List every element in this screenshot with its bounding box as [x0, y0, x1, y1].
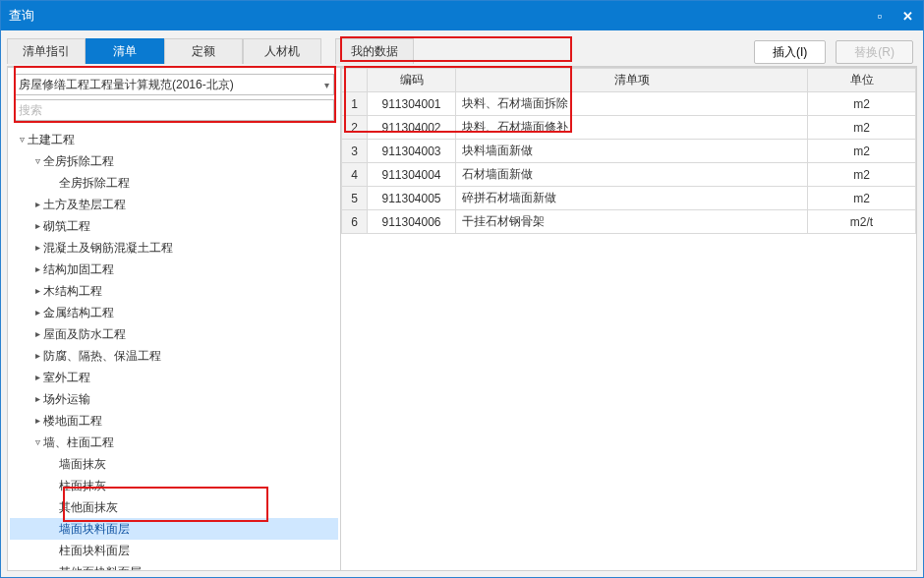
- tree-node[interactable]: 其他面抹灰: [10, 496, 338, 518]
- tree-node[interactable]: 柱面块料面层: [10, 540, 338, 561]
- tree-node[interactable]: ▿墙、柱面工程: [10, 432, 338, 453]
- chevron-down-icon[interactable]: ▿: [31, 432, 43, 453]
- tree-node-label: 其他面块料面层: [59, 561, 142, 570]
- chevron-right-icon[interactable]: ▸: [31, 345, 43, 367]
- row-unit: m2: [808, 116, 916, 140]
- tree-node[interactable]: ▸金属结构工程: [10, 302, 338, 323]
- chevron-down-icon[interactable]: ▿: [31, 150, 43, 172]
- chevron-right-icon[interactable]: ▸: [31, 237, 43, 259]
- search-input[interactable]: [19, 103, 329, 117]
- tab-0[interactable]: 清单指引: [7, 38, 86, 64]
- tree-node-label: 楼地面工程: [43, 410, 102, 432]
- tree-node-label: 金属结构工程: [43, 302, 114, 323]
- norm-combo-value: 房屋修缮工程工程量计算规范(2016-北京): [19, 77, 234, 93]
- col-header-unit: 单位: [808, 69, 916, 92]
- table-row[interactable]: 4911304004石材墙面新做m2: [342, 163, 916, 187]
- tree-node-label: 其他面抹灰: [59, 496, 118, 518]
- tree-node-label: 结构加固工程: [43, 259, 114, 280]
- table-row[interactable]: 5911304005碎拼石材墙面新做m2: [342, 187, 916, 210]
- chevron-right-icon[interactable]: ▸: [31, 410, 43, 432]
- tree-node[interactable]: ▸土方及垫层工程: [10, 194, 338, 215]
- row-item: 碎拼石材墙面新做: [456, 187, 808, 210]
- tree-node-label: 室外工程: [43, 367, 90, 388]
- chevron-right-icon[interactable]: ▸: [31, 215, 43, 237]
- chevron-right-icon[interactable]: ▸: [31, 302, 43, 323]
- tree-node[interactable]: ▸防腐、隔热、保温工程: [10, 345, 338, 367]
- tree-node[interactable]: ▸结构加固工程: [10, 259, 338, 280]
- tree-node[interactable]: 柱面抹灰: [10, 475, 338, 496]
- row-num: 4: [342, 163, 368, 187]
- tree-node[interactable]: 全房拆除工程: [10, 172, 338, 194]
- tree-node[interactable]: 墙面块料面层: [10, 518, 338, 540]
- close-icon[interactable]: ✕: [899, 8, 915, 24]
- col-header-code: 编码: [368, 69, 456, 92]
- chevron-right-icon[interactable]: ▸: [31, 194, 43, 215]
- tree-node-label: 场外运输: [43, 388, 90, 410]
- row-item: 块料墙面新做: [456, 140, 808, 163]
- main-split: 房屋修缮工程工程量计算规范(2016-北京) ▾ ▿土建工程▿全房拆除工程全房拆…: [7, 66, 917, 571]
- tabbar-left: 清单指引清单定额人材机: [7, 36, 321, 64]
- chevron-right-icon[interactable]: ▸: [31, 388, 43, 410]
- search-box[interactable]: [14, 99, 334, 121]
- tree-node-label: 墙面块料面层: [59, 518, 130, 540]
- tree-node[interactable]: ▿土建工程: [10, 129, 338, 150]
- tree-node-label: 土建工程: [28, 129, 75, 150]
- tab-2[interactable]: 定额: [164, 38, 243, 64]
- replace-button: 替换(R): [836, 40, 913, 64]
- row-unit: m2: [808, 163, 916, 187]
- tree-node[interactable]: 墙面抹灰: [10, 453, 338, 475]
- table-row[interactable]: 6911304006干挂石材钢骨架m2/t: [342, 210, 916, 234]
- tree-node[interactable]: ▸砌筑工程: [10, 215, 338, 237]
- tree-node[interactable]: ▸屋面及防水工程: [10, 323, 338, 345]
- tree-node-label: 屋面及防水工程: [43, 323, 126, 345]
- table-header-row: 编码 清单项 单位: [342, 69, 916, 92]
- row-num: 1: [342, 92, 368, 116]
- tree-node[interactable]: ▿全房拆除工程: [10, 150, 338, 172]
- tree-node-label: 混凝土及钢筋混凝土工程: [43, 237, 173, 259]
- row-code: 911304006: [368, 210, 456, 234]
- dialog-body: 清单指引清单定额人材机 我的数据 插入(I) 替换(R) 房屋修缮工程工程量计算…: [1, 30, 923, 577]
- table-row[interactable]: 1911304001块料、石材墙面拆除m2: [342, 92, 916, 116]
- norm-combo[interactable]: 房屋修缮工程工程量计算规范(2016-北京) ▾: [14, 74, 334, 95]
- button-row: 插入(I) 替换(R): [754, 36, 917, 64]
- row-code: 911304003: [368, 140, 456, 163]
- category-tree: ▿土建工程▿全房拆除工程全房拆除工程▸土方及垫层工程▸砌筑工程▸混凝土及钢筋混凝…: [8, 125, 340, 570]
- row-item: 石材墙面新做: [456, 163, 808, 187]
- tree-node[interactable]: ▸楼地面工程: [10, 410, 338, 432]
- row-num: 6: [342, 210, 368, 234]
- table-row[interactable]: 2911304002块料、石材墙面修补m2: [342, 116, 916, 140]
- tree-node-label: 砌筑工程: [43, 215, 90, 237]
- tree-node[interactable]: ▸混凝土及钢筋混凝土工程: [10, 237, 338, 259]
- insert-button[interactable]: 插入(I): [754, 40, 826, 64]
- left-pane: 房屋修缮工程工程量计算规范(2016-北京) ▾ ▿土建工程▿全房拆除工程全房拆…: [7, 67, 341, 571]
- row-unit: m2: [808, 92, 916, 116]
- tree-node-label: 柱面块料面层: [59, 540, 130, 561]
- tree-node[interactable]: ▸木结构工程: [10, 280, 338, 302]
- row-item: 块料、石材墙面拆除: [456, 92, 808, 116]
- tree-node-label: 全房拆除工程: [43, 150, 114, 172]
- chevron-down-icon: ▾: [324, 80, 329, 90]
- minimize-icon[interactable]: ▫: [872, 8, 888, 24]
- chevron-right-icon[interactable]: ▸: [31, 259, 43, 280]
- col-header-item: 清单项: [456, 69, 808, 92]
- chevron-down-icon[interactable]: ▿: [16, 129, 28, 150]
- chevron-right-icon[interactable]: ▸: [31, 367, 43, 388]
- chevron-right-icon[interactable]: ▸: [31, 323, 43, 345]
- row-code: 911304002: [368, 116, 456, 140]
- row-item: 干挂石材钢骨架: [456, 210, 808, 234]
- tree-node[interactable]: ▸场外运输: [10, 388, 338, 410]
- window-title: 查询: [9, 7, 34, 25]
- tree-node-label: 木结构工程: [43, 280, 102, 302]
- row-code: 911304005: [368, 187, 456, 210]
- right-pane: 编码 清单项 单位 1911304001块料、石材墙面拆除m2291130400…: [341, 67, 917, 571]
- col-header-num: [342, 69, 368, 92]
- tab-1[interactable]: 清单: [86, 38, 164, 64]
- tree-node[interactable]: 其他面块料面层: [10, 561, 338, 570]
- table-row[interactable]: 3911304003块料墙面新做m2: [342, 140, 916, 163]
- tab-3[interactable]: 人材机: [243, 38, 321, 64]
- chevron-right-icon[interactable]: ▸: [31, 280, 43, 302]
- tab-mydata[interactable]: 我的数据: [335, 38, 414, 64]
- tree-node-label: 墙面抹灰: [59, 453, 106, 475]
- tree-node[interactable]: ▸室外工程: [10, 367, 338, 388]
- row-item: 块料、石材墙面修补: [456, 116, 808, 140]
